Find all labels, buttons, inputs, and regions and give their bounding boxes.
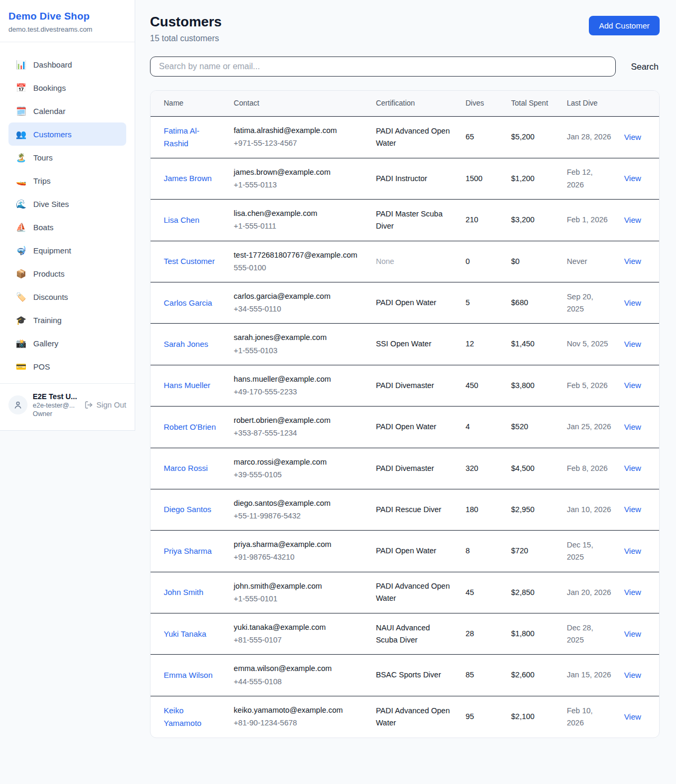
sidebar-item-customers[interactable]: 👥 Customers: [8, 122, 126, 146]
customers-table: Name Contact Certification Dives Total S…: [151, 91, 659, 738]
view-customer-link[interactable]: View: [624, 670, 641, 679]
sidebar-item-products[interactable]: 📦 Products: [8, 262, 126, 285]
column-header-actions: [618, 91, 659, 116]
sidebar-item-discounts[interactable]: 🏷️ Discounts: [8, 285, 126, 308]
credit-card-icon: 💳: [16, 362, 26, 372]
sidebar-item-dashboard[interactable]: 📊 Dashboard: [8, 53, 126, 76]
view-customer-link[interactable]: View: [624, 464, 641, 473]
view-customer-link[interactable]: View: [624, 505, 641, 514]
search-input[interactable]: [150, 56, 616, 77]
view-customer-link[interactable]: View: [624, 257, 641, 266]
user-role: Owner: [33, 410, 79, 418]
sidebar-item-training[interactable]: 🎓 Training: [8, 308, 126, 332]
customer-name-link[interactable]: Test Customer: [164, 255, 215, 268]
table-row: James Brown james.brown@example.com +1-5…: [151, 158, 659, 199]
shop-domain: demo.test.divestreams.com: [8, 25, 126, 33]
customer-name-link[interactable]: Sarah Jones: [164, 338, 208, 351]
sidebar-item-equipment[interactable]: 🤿 Equipment: [8, 239, 126, 262]
search-button[interactable]: Search: [630, 59, 660, 75]
customer-total-spent: $2,600: [511, 670, 534, 679]
add-customer-button[interactable]: Add Customer: [589, 16, 660, 35]
sidebar-item-boats[interactable]: ⛵ Boats: [8, 215, 126, 239]
customer-name-link[interactable]: Marco Rossi: [164, 462, 208, 475]
sign-out-label: Sign Out: [97, 401, 126, 409]
customer-email: fatima.alrashid@example.com: [234, 125, 363, 137]
customer-name-link[interactable]: John Smith: [164, 586, 203, 599]
table-row: Carlos Garcia carlos.garcia@example.com …: [151, 282, 659, 324]
customer-certification: PADI Divemaster: [376, 381, 434, 390]
customer-phone: +81-555-0107: [234, 634, 363, 646]
customer-dives: 85: [465, 670, 474, 679]
customer-name-link[interactable]: James Brown: [164, 172, 212, 185]
customer-last-dive: Jan 15, 2026: [567, 670, 611, 679]
sidebar-header: Demo Dive Shop demo.test.divestreams.com: [0, 0, 135, 42]
view-customer-link[interactable]: View: [624, 298, 641, 307]
table-row: Sarah Jones sarah.jones@example.com +1-5…: [151, 324, 659, 365]
customer-dives: 1500: [465, 174, 482, 183]
sidebar-item-dive-sites[interactable]: 🌊 Dive Sites: [8, 192, 126, 215]
table-body: Fatima Al-Rashid fatima.alrashid@example…: [151, 116, 659, 738]
customer-email: diego.santos@example.com: [234, 497, 363, 509]
view-customer-link[interactable]: View: [624, 712, 641, 721]
sidebar-item-pos[interactable]: 💳 POS: [8, 355, 126, 378]
customer-phone: +91-98765-43210: [234, 551, 363, 563]
sidebar-item-bookings[interactable]: 📅 Bookings: [8, 76, 126, 99]
customer-last-dive: Feb 10, 2026: [567, 706, 593, 727]
customer-name-link[interactable]: Lisa Chen: [164, 214, 200, 226]
table-row: Marco Rossi marco.rossi@example.com +39-…: [151, 448, 659, 489]
view-customer-link[interactable]: View: [624, 215, 641, 224]
view-customer-link[interactable]: View: [624, 546, 641, 555]
wave-icon: 🌊: [16, 199, 26, 209]
view-customer-link[interactable]: View: [624, 174, 641, 183]
customer-total-spent: $2,950: [511, 505, 534, 514]
user-meta: E2E Test U... e2e-tester@... Owner: [33, 392, 79, 418]
sidebar-item-gallery[interactable]: 📸 Gallery: [8, 332, 126, 355]
customer-last-dive: Dec 28, 2025: [567, 624, 593, 644]
sidebar-item-calendar[interactable]: 🗓️ Calendar: [8, 99, 126, 122]
customer-name-link[interactable]: Fatima Al-Rashid: [164, 125, 221, 150]
view-customer-link[interactable]: View: [624, 133, 641, 141]
table-head: Name Contact Certification Dives Total S…: [151, 91, 659, 116]
customer-dives: 8: [465, 546, 470, 555]
customer-phone: +353-87-555-1234: [234, 427, 363, 439]
customer-certification: BSAC Sports Diver: [376, 670, 441, 679]
table-row: Emma Wilson emma.wilson@example.com +44-…: [151, 655, 659, 696]
sign-out-button[interactable]: Sign Out: [84, 401, 126, 409]
tag-icon: 🏷️: [16, 292, 26, 302]
sidebar-nav: 📊 Dashboard 📅 Bookings 🗓️ Calendar 👥 Cus…: [0, 42, 135, 383]
customer-certification: PADI Open Water: [376, 546, 436, 555]
customer-name-link[interactable]: Emma Wilson: [164, 669, 213, 682]
customer-name-link[interactable]: Priya Sharma: [164, 545, 212, 558]
sidebar-item-tours[interactable]: 🏝️ Tours: [8, 146, 126, 169]
calendar-date-icon: 📅: [16, 83, 26, 93]
column-header-total-spent: Total Spent: [505, 91, 560, 116]
table-row: Priya Sharma priya.sharma@example.com +9…: [151, 531, 659, 572]
customer-name-link[interactable]: Robert O'Brien: [164, 421, 216, 433]
customer-total-spent: $1,800: [511, 629, 534, 638]
main-content: Customers 15 total customers Add Custome…: [135, 0, 676, 752]
customer-certification: PADI Advanced Open Water: [376, 706, 450, 727]
view-customer-link[interactable]: View: [624, 588, 641, 597]
view-customer-link[interactable]: View: [624, 422, 641, 431]
customer-name-link[interactable]: Diego Santos: [164, 503, 211, 516]
customer-phone: +1-555-0103: [234, 345, 363, 357]
customer-name-link[interactable]: Hans Mueller: [164, 379, 210, 392]
customer-name-link[interactable]: Carlos Garcia: [164, 297, 212, 309]
customer-dives: 4: [465, 422, 470, 431]
customer-dives: 450: [465, 381, 478, 390]
customer-last-dive: Jan 20, 2026: [567, 588, 611, 597]
customer-email: hans.mueller@example.com: [234, 373, 363, 385]
customer-email: john.smith@example.com: [234, 580, 363, 592]
column-header-certification: Certification: [370, 91, 459, 116]
customer-name-link[interactable]: Yuki Tanaka: [164, 628, 206, 640]
view-customer-link[interactable]: View: [624, 629, 641, 638]
customer-last-dive: Jan 25, 2026: [567, 422, 611, 431]
view-customer-link[interactable]: View: [624, 339, 641, 348]
column-header-name: Name: [151, 91, 228, 116]
customer-certification: PADI Open Water: [376, 298, 436, 307]
customer-email: sarah.jones@example.com: [234, 332, 363, 344]
customer-last-dive: Nov 5, 2025: [567, 339, 608, 348]
sidebar-item-trips[interactable]: 🚤 Trips: [8, 169, 126, 192]
view-customer-link[interactable]: View: [624, 381, 641, 390]
customer-name-link[interactable]: Keiko Yamamoto: [164, 704, 221, 730]
